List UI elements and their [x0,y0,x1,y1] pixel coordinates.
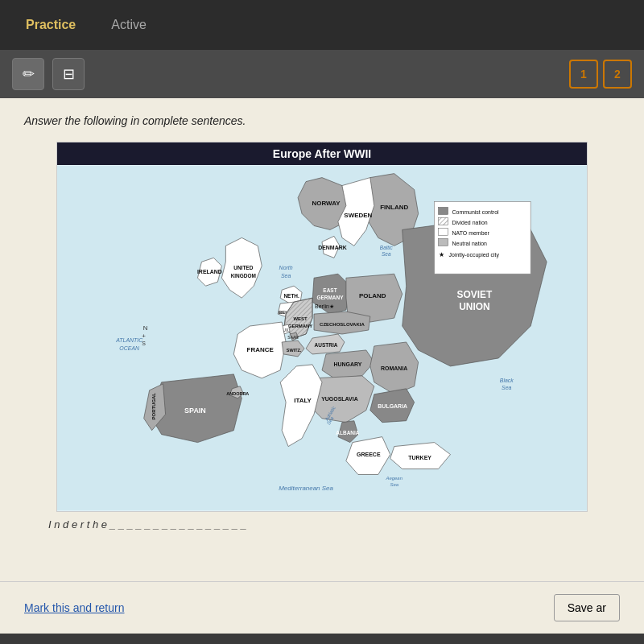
svg-text:N: N [143,324,148,332]
svg-text:POLAND: POLAND [359,292,386,299]
svg-text:FRANCE: FRANCE [247,346,274,353]
svg-text:TURKEY: TURKEY [408,455,431,460]
toolbar: ✏ ⊟ 1 2 [0,50,644,98]
map-title: Europe After WWII [57,142,587,165]
svg-text:Sea: Sea [382,251,391,257]
svg-text:NORWAY: NORWAY [312,200,341,208]
active-tab[interactable]: Active [101,11,156,39]
svg-text:GREECE: GREECE [357,452,381,457]
svg-text:Communist control: Communist control [452,209,500,215]
svg-text:+: + [142,332,146,340]
svg-text:Berlin★: Berlin★ [315,303,334,309]
instruction-text: Answer the following in complete sentenc… [24,114,620,127]
page-2-button[interactable]: 2 [603,60,632,89]
svg-text:Jointly-occupied city: Jointly-occupied city [449,252,500,258]
svg-text:SOVIET: SOVIET [457,289,493,300]
svg-text:Sea: Sea [390,482,398,487]
svg-text:DENMARK: DENMARK [318,245,347,250]
svg-text:UNION: UNION [459,301,490,312]
truncated-text: I n d e r t h e _ _ _ _ _ _ _ _ _ _ _ _ … [24,518,620,530]
mark-return-link[interactable]: Mark this and return [24,601,125,614]
svg-text:OCEAN: OCEAN [119,345,140,351]
svg-text:UNITED: UNITED [233,265,253,270]
svg-text:EAST: EAST [323,287,336,293]
save-button[interactable]: Save ar [554,594,620,621]
europe-map-svg: NORWAY FINLAND SWEDEN DENMARK IRELAND UN… [57,165,587,511]
svg-text:S: S [142,341,146,346]
svg-text:ANDORRA: ANDORRA [226,391,249,396]
page-buttons: 1 2 [569,60,632,89]
svg-text:NETH.: NETH. [283,293,299,299]
map-container: Europe After WWII NORWAY FINLAND SWEDEN … [56,142,588,512]
svg-rect-53 [439,207,448,214]
svg-text:WEST: WEST [293,316,308,321]
svg-text:Mediterranean Sea: Mediterranean Sea [279,485,333,492]
svg-text:BULGARIA: BULGARIA [378,403,407,409]
svg-text:IRELAND: IRELAND [197,269,222,275]
svg-text:KINGDOM: KINGDOM [231,273,256,279]
svg-text:SWITZ.: SWITZ. [287,348,302,353]
svg-text:PORTUGAL: PORTUGAL [151,393,156,420]
map-body: NORWAY FINLAND SWEDEN DENMARK IRELAND UN… [57,165,587,511]
svg-text:ITALY: ITALY [294,397,312,404]
svg-text:AUSTRIA: AUSTRIA [315,342,338,348]
svg-rect-55 [439,217,448,225]
svg-text:★: ★ [439,251,444,258]
svg-text:Black: Black [500,378,514,383]
svg-text:ATLANTIC: ATLANTIC [115,337,143,343]
svg-text:Aegean: Aegean [385,476,402,481]
practice-tab[interactable]: Practice [16,11,85,39]
page-1-button[interactable]: 1 [569,60,598,89]
svg-rect-57 [439,228,448,235]
svg-text:GERMANY: GERMANY [316,295,344,300]
pencil-icon: ✏ [23,65,35,83]
svg-text:HUNGARY: HUNGARY [333,361,361,367]
svg-text:Sea: Sea [281,273,291,279]
print-icon: ⊟ [63,65,75,83]
svg-text:GERMANY: GERMANY [288,324,313,328]
svg-rect-59 [439,238,448,246]
bottom-bar: Mark this and return Save ar [0,581,644,634]
print-button[interactable]: ⊟ [52,58,85,90]
pencil-button[interactable]: ✏ [12,58,44,90]
svg-text:YUGOSLAVIA: YUGOSLAVIA [321,396,358,402]
svg-text:FINLAND: FINLAND [380,204,408,211]
svg-text:ALBANIA: ALBANIA [336,430,359,436]
svg-text:ROMANIA: ROMANIA [381,365,407,371]
svg-text:Baltic: Baltic [380,245,394,250]
svg-text:NATO member: NATO member [452,230,490,236]
svg-text:CZECHOSLOVAKIA: CZECHOSLOVAKIA [320,322,365,327]
svg-text:SPAIN: SPAIN [184,407,206,415]
svg-text:Sea: Sea [502,385,512,390]
svg-text:SAAR: SAAR [287,335,299,340]
top-bar: Practice Active [0,0,644,50]
svg-text:SWEDEN: SWEDEN [344,212,372,219]
svg-text:Neutral nation: Neutral nation [452,241,488,246]
main-content: Answer the following in complete sentenc… [0,98,644,581]
svg-text:North: North [279,265,293,270]
svg-text:Divided nation: Divided nation [452,220,488,225]
